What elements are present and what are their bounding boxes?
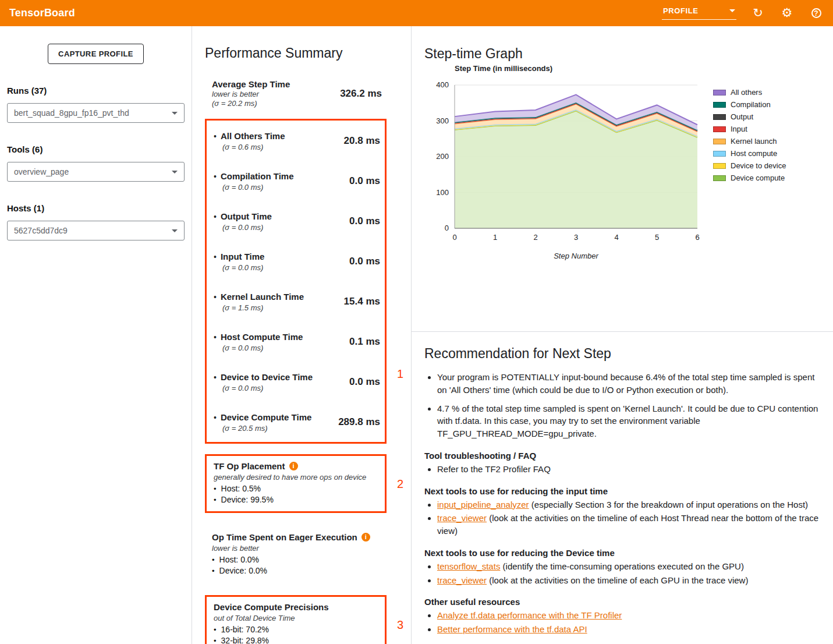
sidebar: CAPTURE PROFILE Runs (37) bert_squad_8gp…	[0, 26, 192, 644]
metric-value: 0.0 ms	[349, 175, 380, 187]
legend-item: Kernel launch	[713, 135, 786, 147]
metric-sigma: (σ = 20.5 ms)	[222, 424, 311, 433]
hosts-select[interactable]: 5627c5dd7dc9	[7, 221, 185, 240]
metric-row: Host Compute Time (σ = 0.0 ms) 0.1 ms	[207, 321, 385, 362]
tools-select[interactable]: overview_page	[7, 162, 185, 182]
tf-op-placement-title-row: TF Op Placement	[214, 461, 380, 472]
x-tick-label: 6	[695, 233, 699, 242]
legend-label: Kernel launch	[731, 137, 777, 146]
y-tick-label: 400	[436, 80, 449, 89]
runs-select[interactable]: bert_squad_8gpu_fp16_pvt_thd	[7, 103, 185, 123]
rec-group-input-time: Next tools to use for reducing the input…	[424, 485, 810, 537]
dashboard-selector[interactable]: PROFILE	[662, 6, 736, 20]
list-item-text: Host: 0.0%	[219, 554, 259, 565]
metric-sigma: (σ = 0.0 ms)	[222, 344, 303, 352]
x-tick-label: 2	[533, 233, 537, 242]
bullet-icon	[214, 636, 217, 644]
x-tick-label: 1	[493, 233, 497, 242]
metric-sigma: (σ = 0.6 ms)	[222, 143, 285, 151]
metric-row: Device Compute Time (σ = 20.5 ms) 289.8 …	[207, 402, 385, 442]
rec-group-list: Analyze tf.data performance with the TF …	[424, 609, 826, 636]
metric-text: Device Compute Time (σ = 20.5 ms)	[214, 412, 311, 433]
recommendation-section: Recommendation for Next Step Your progra…	[412, 332, 833, 644]
annotation-number-3: 3	[397, 619, 403, 631]
gear-icon: ⚙	[782, 7, 793, 19]
list-item: Device: 99.5%	[214, 494, 380, 505]
settings-button[interactable]: ⚙	[779, 6, 795, 21]
precisions-title: Device Compute Precisions	[214, 601, 329, 613]
rec-group-faq: Tool troubleshooting / FAQ Refer to the …	[424, 450, 810, 476]
metric-label: Average Step Time	[212, 79, 290, 89]
average-step-time-row: Average Step Time lower is better (σ = 2…	[205, 79, 387, 108]
tf-op-placement-title: TF Op Placement	[214, 461, 285, 472]
legend-item: Device compute	[713, 172, 786, 184]
metric-value: 20.8 ms	[344, 135, 380, 147]
metric-sigma: (σ = 0.0 ms)	[222, 384, 313, 392]
info-icon[interactable]	[289, 462, 298, 470]
bullet-icon	[214, 131, 217, 142]
metric-value: 0.0 ms	[349, 376, 380, 388]
bullet-icon	[214, 211, 217, 222]
list-item-text: Device: 0.0%	[219, 565, 267, 576]
rec-item-text: (identify the time-consuming operations …	[500, 561, 744, 571]
rec-link[interactable]: tensorflow_stats	[437, 561, 500, 571]
legend-swatch	[713, 114, 726, 120]
metric-text: All Others Time (σ = 0.6 ms)	[214, 130, 285, 151]
rec-link[interactable]: input_pipeline_analyzer	[437, 500, 529, 509]
rec-group-heading: Next tools to use for reducing the input…	[424, 485, 810, 497]
metric-label: Input Time	[221, 251, 265, 262]
help-icon: ?	[811, 8, 821, 18]
runs-select-value: bert_squad_8gpu_fp16_pvt_thd	[14, 108, 129, 118]
eager-note: lower is better	[212, 544, 382, 553]
metric-row: Device to Device Time (σ = 0.0 ms) 0.0 m…	[207, 362, 385, 402]
bullet-icon	[214, 495, 217, 505]
reload-button[interactable]: ↻	[750, 6, 765, 21]
bullet-icon	[214, 171, 217, 182]
list-item: Host: 0.0%	[212, 554, 382, 565]
y-tick-label: 300	[436, 116, 449, 125]
annotation-box-3: Device Compute Precisions out of Total D…	[205, 595, 387, 644]
info-icon[interactable]	[361, 533, 370, 542]
legend-label: Output	[731, 112, 753, 121]
legend-swatch	[713, 175, 726, 181]
step-time-graph-section: Step-time Graph Step Time (in millisecon…	[412, 46, 833, 332]
list-item-text: Device: 99.5%	[221, 494, 274, 505]
list-item: Host: 0.5%	[214, 483, 380, 494]
metric-value: 0.0 ms	[349, 256, 380, 267]
recommendation-bullets: Your program is POTENTIALLY input-bound …	[424, 371, 820, 440]
metric-sigma: (σ = 0.0 ms)	[222, 223, 272, 232]
rec-item-text: (especially Section 3 for the breakdown …	[529, 500, 808, 509]
metric-text: Input Time (σ = 0.0 ms)	[214, 251, 264, 272]
area-Device compute	[455, 111, 697, 228]
capture-profile-button[interactable]: CAPTURE PROFILE	[48, 44, 144, 64]
legend-swatch	[713, 126, 726, 132]
metric-value: 0.1 ms	[349, 336, 380, 348]
list-item-text: 16-bit: 70.2%	[221, 624, 270, 635]
rec-group-device-time: Next tools to use for reducing the Devic…	[424, 547, 810, 587]
list-item-text: 32-bit: 29.8%	[221, 635, 270, 644]
chevron-down-icon	[729, 9, 735, 12]
rec-link[interactable]: trace_viewer	[437, 575, 487, 585]
metric-text: Output Time (σ = 0.0 ms)	[214, 211, 272, 232]
annotation-box-1: All Others Time (σ = 0.6 ms) 20.8 ms Com…	[205, 119, 387, 444]
legend-item: Output	[713, 111, 786, 123]
list-item: 32-bit: 29.8%	[214, 635, 380, 644]
eager-title-row: Op Time Spent on Eager Execution	[212, 532, 382, 543]
help-button[interactable]: ?	[809, 6, 824, 21]
bullet-icon	[214, 372, 217, 383]
rec-link[interactable]: Analyze tf.data performance with the TF …	[437, 610, 622, 620]
metric-row: Compilation Time (σ = 0.0 ms) 0.0 ms	[207, 161, 385, 201]
legend-label: Compilation	[731, 100, 771, 109]
metric-text: Kernel Launch Time (σ = 1.5 ms)	[214, 291, 304, 312]
rec-item-text: (look at the activities on the timeline …	[487, 575, 748, 585]
annotation-box-2: TF Op Placement generally desired to hav…	[205, 454, 387, 513]
legend-swatch	[713, 102, 726, 108]
recommendation-bullet-text: Your program is POTENTIALLY input-bound …	[437, 372, 814, 395]
runs-group: Runs (37) bert_squad_8gpu_fp16_pvt_thd	[7, 86, 185, 123]
y-tick-label: 100	[436, 188, 449, 197]
rec-link[interactable]: Better performance with the tf.data API	[437, 624, 587, 634]
step-time-chart: Step Time (in milliseconds)0100200300400…	[424, 62, 705, 264]
metric-label: Compilation Time	[221, 171, 294, 182]
metric-value: 15.4 ms	[344, 296, 380, 307]
rec-link[interactable]: trace_viewer	[437, 513, 487, 523]
